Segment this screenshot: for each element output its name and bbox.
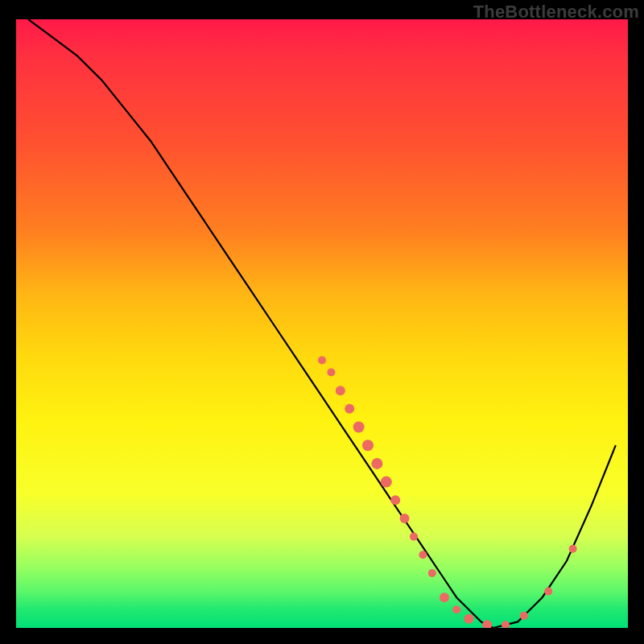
data-point-4 — [353, 422, 365, 433]
data-point-18 — [520, 612, 528, 620]
data-point-20 — [569, 545, 577, 553]
data-point-0 — [318, 356, 326, 364]
data-point-5 — [362, 440, 374, 451]
data-point-13 — [440, 592, 449, 602]
chart-plot-area — [16, 19, 628, 628]
data-point-8 — [390, 495, 400, 505]
data-point-1 — [327, 369, 335, 377]
data-point-7 — [381, 477, 392, 488]
data-point-17 — [502, 621, 510, 628]
data-point-9 — [400, 514, 410, 523]
data-point-12 — [428, 569, 436, 577]
data-point-14 — [452, 605, 460, 613]
data-point-11 — [419, 551, 427, 559]
data-point-6 — [371, 458, 382, 469]
data-point-3 — [345, 404, 354, 414]
data-point-16 — [482, 620, 492, 628]
chart-data-points — [318, 356, 577, 628]
data-point-15 — [464, 614, 473, 624]
bottleneck-curve-path — [28, 19, 616, 628]
chart-svg — [16, 19, 628, 628]
data-point-2 — [336, 386, 345, 395]
data-point-19 — [544, 588, 552, 596]
data-point-10 — [410, 533, 418, 541]
chart-curve — [28, 19, 616, 628]
